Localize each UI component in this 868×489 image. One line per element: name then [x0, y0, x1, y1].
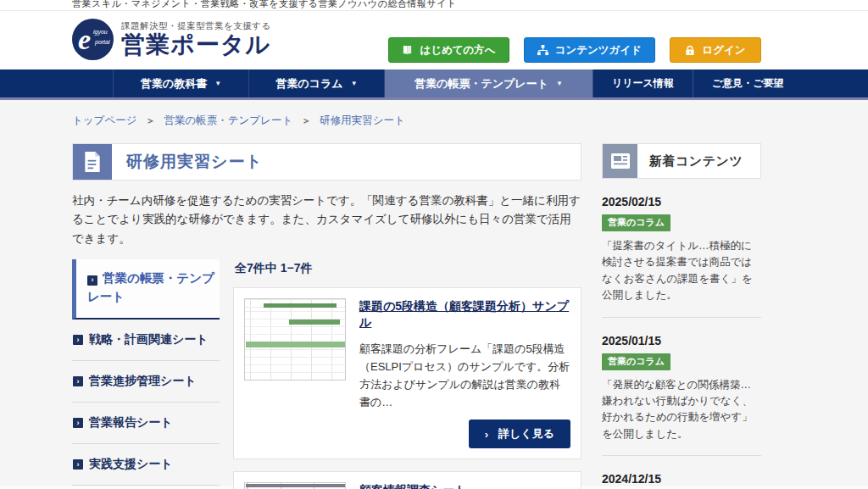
sidebar-item-training-sheets[interactable]: − 研修用実習シート — [72, 486, 220, 489]
breadcrumb-separator: ＞ — [302, 115, 311, 125]
login-button-label: ログイン — [702, 43, 745, 58]
news-entry: 2025/01/15 営業のコラム 「発展的な顧客との関係構築…嫌われない行動ば… — [602, 318, 761, 457]
news-sidebar: 新着コンテンツ 2025/02/15 営業のコラム 「提案書のタイトル…積極的に… — [602, 143, 761, 489]
result-card: 課題の5段構造（顧客課題分析）サンプル 顧客課題の分析フレーム「課題の5段構造（… — [233, 287, 581, 459]
breadcrumb-link-top[interactable]: トップページ — [72, 114, 136, 126]
sheet-thumbnail[interactable] — [244, 482, 346, 489]
logo-mark-icon: e igyou portal — [72, 19, 114, 60]
news-header-box: 新着コンテンツ — [602, 143, 761, 179]
news-date: 2025/02/15 — [602, 195, 761, 208]
svg-text:igyou: igyou — [93, 29, 108, 36]
top-notice-text: 営業スキル・マネジメント・営業戦略・改革を支援する営業ノウハウの総合情報サイト — [0, 0, 868, 10]
sheet-thumbnail[interactable] — [244, 298, 346, 381]
news-title: 新着コンテンツ — [649, 153, 743, 169]
result-card: 顧客情報調査シート 顧客課題の検討や仮説化する前に活用する顧客情報調査シート。 … — [233, 471, 581, 489]
sidebar-item-report-sheets[interactable]: › 営業報告シート — [72, 403, 220, 444]
results-list: 全7件中 1−7件 課題の5段構造（顧客課題分析）サンプル 顧客課題の分析フレー… — [233, 259, 581, 489]
page-intro: 社内・チーム内研修を促進するための実習シートです。「関連する営業の教科書」と一緒… — [72, 192, 581, 248]
news-entry-link[interactable]: 「提案書のタイトル…積極的に検討させる提案書では商品ではなくお客さんの課題を書く… — [602, 238, 761, 304]
sitemap-icon — [537, 45, 548, 56]
login-button[interactable]: ログイン — [670, 37, 761, 63]
site-tagline: 課題解決型・提案型営業を支援する — [121, 20, 271, 32]
chevron-down-icon: ▼ — [214, 81, 221, 87]
news-date: 2024/12/15 — [602, 472, 761, 486]
sidebar-header-templates[interactable]: ›営業の帳票・テンプレート — [72, 259, 220, 320]
nav-item-feedback[interactable]: ご意見・ご要望 — [693, 69, 803, 97]
result-title-link[interactable]: 課題の5段構造（顧客課題分析）サンプル — [359, 298, 570, 331]
main-nav: 営業の教科書 ▼ 営業のコラム ▼ 営業の帳票・テンプレート ▼ リリース情報 … — [0, 69, 868, 100]
svg-text:portal: portal — [94, 39, 110, 46]
arrow-right-icon: › — [73, 418, 83, 428]
result-title-link[interactable]: 顧客情報調査シート — [359, 482, 570, 489]
sidebar-item-strategy-sheets[interactable]: › 戦略・計画関連シート — [72, 320, 220, 361]
result-description: 顧客課題の分析フレーム「課題の5段構造（ESLPIプロセス）のサンプルです。分析… — [359, 340, 570, 411]
nav-item-templates[interactable]: 営業の帳票・テンプレート ▼ — [384, 69, 593, 97]
chevron-down-icon: ▼ — [351, 81, 358, 87]
detail-button[interactable]: › 詳しく見る — [469, 420, 570, 448]
nav-item-textbook[interactable]: 営業の教科書 ▼ — [113, 69, 248, 97]
arrow-right-icon: › — [485, 428, 488, 441]
category-sidebar: ›営業の帳票・テンプレート › 戦略・計画関連シート › 営業進捗管理シート ›… — [72, 259, 220, 489]
news-entry: 2025/02/15 営業のコラム 「提案書のタイトル…積極的に検討させる提案書… — [602, 179, 761, 318]
nav-item-column[interactable]: 営業のコラム ▼ — [248, 69, 384, 97]
news-entry: 2024/12/15 営業のコラム 「顧客視点の醸成…「自分がお客さんだったら」… — [602, 456, 761, 489]
page-title-box: 研修用実習シート — [72, 143, 581, 181]
document-icon — [73, 144, 112, 180]
lock-icon — [685, 45, 695, 56]
breadcrumb-separator: ＞ — [146, 115, 155, 125]
page-title: 研修用実習シート — [126, 151, 263, 173]
top-notice-strip: 営業スキル・マネジメント・営業戦略・改革を支援する営業ノウハウの総合情報サイト — [0, 0, 868, 11]
breadcrumb-link-templates[interactable]: 営業の帳票・テンプレート — [164, 114, 292, 126]
book-icon — [402, 45, 413, 56]
newspaper-icon — [603, 144, 637, 178]
svg-text:e: e — [78, 24, 91, 55]
chevron-down-icon: ▼ — [556, 81, 563, 87]
news-category-badge[interactable]: 営業のコラム — [602, 214, 670, 231]
beginners-button[interactable]: はじめての方へ — [388, 37, 509, 63]
breadcrumb: トップページ ＞ 営業の帳票・テンプレート ＞ 研修用実習シート — [72, 114, 761, 128]
breadcrumb-current[interactable]: 研修用実習シート — [320, 114, 405, 126]
sidebar-item-practice-sheets[interactable]: › 実践支援シート — [72, 444, 220, 486]
news-date: 2025/01/15 — [602, 334, 761, 347]
arrow-right-icon: › — [73, 459, 83, 470]
arrow-right-icon: › — [87, 275, 97, 286]
arrow-right-icon: › — [73, 376, 83, 386]
site-header: e igyou portal 課題解決型・提案型営業を支援する 営業ポータル は… — [0, 11, 868, 69]
site-name: 営業ポータル — [121, 32, 271, 58]
page-content: トップページ ＞ 営業の帳票・テンプレート ＞ 研修用実習シート 研修用実習シー… — [0, 100, 868, 486]
header-buttons: はじめての方へ コンテンツガイド ログイン — [388, 37, 761, 63]
beginners-button-label: はじめての方へ — [420, 43, 495, 58]
news-category-badge[interactable]: 営業のコラム — [602, 353, 670, 370]
contents-guide-button-label: コンテンツガイド — [555, 43, 642, 58]
nav-item-release-info[interactable]: リリース情報 — [593, 69, 693, 97]
results-count: 全7件中 1−7件 — [235, 261, 581, 276]
contents-guide-button[interactable]: コンテンツガイド — [524, 37, 655, 63]
arrow-right-icon: › — [73, 335, 83, 345]
news-entry-link[interactable]: 「発展的な顧客との関係構築…嫌われない行動ばかりでなく、好かれるための行動を増や… — [602, 377, 761, 443]
sidebar-item-progress-sheets[interactable]: › 営業進捗管理シート — [72, 361, 220, 403]
